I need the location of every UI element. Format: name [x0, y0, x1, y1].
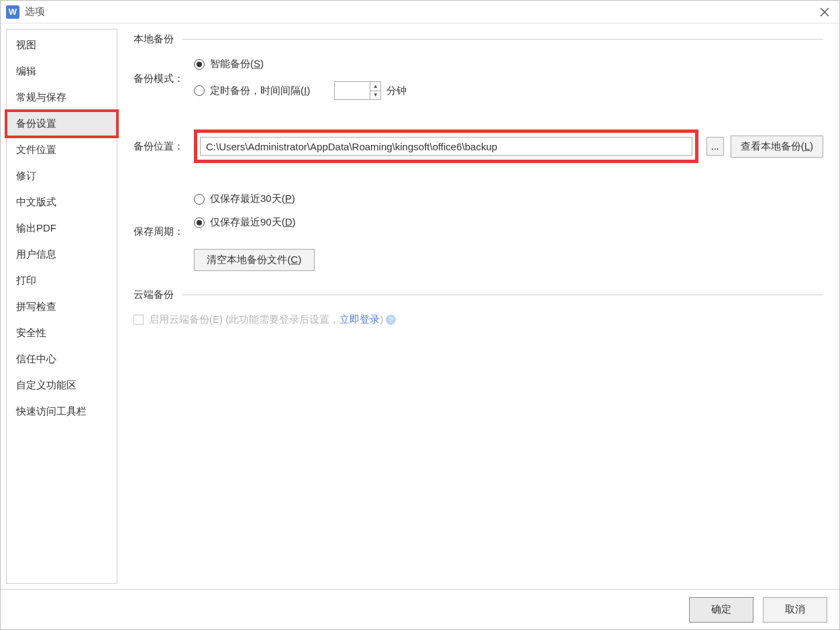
radio-keep-90-days[interactable]: 仅保存最近90天(D): [194, 216, 296, 229]
sidebar-item-file-location[interactable]: 文件位置: [7, 137, 117, 163]
sidebar-item-user-info[interactable]: 用户信息: [7, 242, 117, 268]
minutes-label: 分钟: [386, 85, 407, 97]
ok-button[interactable]: 确定: [689, 597, 753, 623]
backup-path-input[interactable]: [200, 137, 692, 156]
divider-icon: [182, 295, 823, 295]
help-icon[interactable]: ?: [386, 315, 396, 325]
view-local-backup-button[interactable]: 查看本地备份(L): [731, 136, 823, 158]
sidebar-item-spellcheck[interactable]: 拼写检查: [7, 294, 117, 320]
cancel-button[interactable]: 取消: [763, 597, 827, 623]
window-title: 选项: [25, 5, 815, 18]
sidebar-item-general-save[interactable]: 常规与保存: [7, 85, 117, 111]
sidebar-item-label: 备份设置: [16, 117, 56, 129]
cloud-enable-label: 启用云端备份(E) (此功能需要登录后设置，立即登录): [149, 313, 383, 326]
sidebar-item-security[interactable]: 安全性: [7, 320, 117, 346]
backup-location-row: 备份位置： ... 查看本地备份(L): [134, 129, 823, 163]
path-highlight-box: [194, 129, 698, 163]
radio-smart-backup[interactable]: 智能备份(S): [194, 58, 388, 70]
spinner-up-icon[interactable]: ▲: [370, 82, 380, 91]
sidebar: 视图 编辑 常规与保存 备份设置 文件位置 修订 中文版式 输出PDF 用户信息…: [6, 29, 117, 584]
radio-label: 定时备份，时间间隔(I): [210, 85, 310, 97]
browse-button[interactable]: ...: [706, 137, 724, 156]
radio-timed-backup[interactable]: 定时备份，时间间隔(I): [194, 85, 310, 97]
app-icon: W: [6, 5, 19, 19]
clear-local-backup-button[interactable]: 清空本地备份文件(C): [194, 249, 315, 271]
sidebar-item-print[interactable]: 打印: [7, 268, 117, 294]
sidebar-item-revision[interactable]: 修订: [7, 163, 117, 189]
local-backup-title-text: 本地备份: [134, 33, 174, 46]
retention-options: 仅保存最近30天(P) 仅保存最近90天(D) 清空本地备份文件(C): [194, 193, 315, 271]
titlebar: W 选项: [1, 1, 839, 23]
backup-mode-options: 智能备份(S) 定时备份，时间间隔(I) ▲ ▼ 分钟: [194, 58, 407, 100]
backup-mode-row: 备份模式： 智能备份(S) 定时备份，时间间隔(I) ▲ ▼: [134, 58, 823, 100]
sidebar-item-edit[interactable]: 编辑: [7, 58, 117, 85]
cloud-backup-group-title: 云端备份: [134, 288, 823, 301]
content-panel: 本地备份 备份模式： 智能备份(S) 定时备份，时间间隔(I): [117, 23, 839, 589]
radio-label: 智能备份(S): [210, 58, 264, 70]
sidebar-item-trust-center[interactable]: 信任中心: [7, 346, 117, 372]
sidebar-item-customize-ribbon[interactable]: 自定义功能区: [7, 372, 117, 399]
radio-label: 仅保存最近90天(D): [210, 216, 296, 229]
dialog-footer: 确定 取消: [1, 589, 839, 629]
cloud-backup-section: 云端备份 启用云端备份(E) (此功能需要登录后设置，立即登录) ?: [134, 288, 823, 327]
radio-icon: [194, 85, 205, 96]
enable-cloud-backup-checkbox: 启用云端备份(E) (此功能需要登录后设置，立即登录) ?: [134, 313, 396, 326]
login-link[interactable]: 立即登录: [339, 313, 380, 325]
close-icon: [820, 7, 829, 17]
radio-label: 仅保存最近30天(P): [210, 193, 295, 205]
interval-input[interactable]: [335, 82, 370, 99]
radio-icon: [194, 217, 205, 228]
retention-row: 保存周期： 仅保存最近30天(P) 仅保存最近90天(D) 清空本地备份文件(C…: [134, 193, 823, 271]
radio-icon: [194, 194, 205, 205]
spinner-down-icon[interactable]: ▼: [370, 91, 380, 100]
retention-label: 保存周期：: [134, 225, 194, 238]
main-area: 视图 编辑 常规与保存 备份设置 文件位置 修订 中文版式 输出PDF 用户信息…: [1, 23, 839, 589]
cloud-backup-title-text: 云端备份: [134, 288, 174, 301]
sidebar-item-chinese-layout[interactable]: 中文版式: [7, 189, 117, 215]
local-backup-group-title: 本地备份: [134, 33, 823, 46]
sidebar-item-output-pdf[interactable]: 输出PDF: [7, 215, 117, 242]
close-button[interactable]: [815, 3, 834, 21]
divider-icon: [182, 39, 823, 40]
checkbox-icon: [134, 315, 144, 325]
radio-icon: [194, 59, 205, 70]
sidebar-item-quick-access[interactable]: 快速访问工具栏: [7, 399, 117, 425]
radio-keep-30-days[interactable]: 仅保存最近30天(P): [194, 193, 296, 205]
interval-spinner[interactable]: ▲ ▼: [334, 81, 381, 100]
backup-location-label: 备份位置：: [134, 140, 194, 153]
sidebar-item-view[interactable]: 视图: [7, 32, 117, 58]
sidebar-item-backup-settings[interactable]: 备份设置: [7, 111, 117, 137]
backup-mode-label: 备份模式：: [134, 72, 194, 85]
